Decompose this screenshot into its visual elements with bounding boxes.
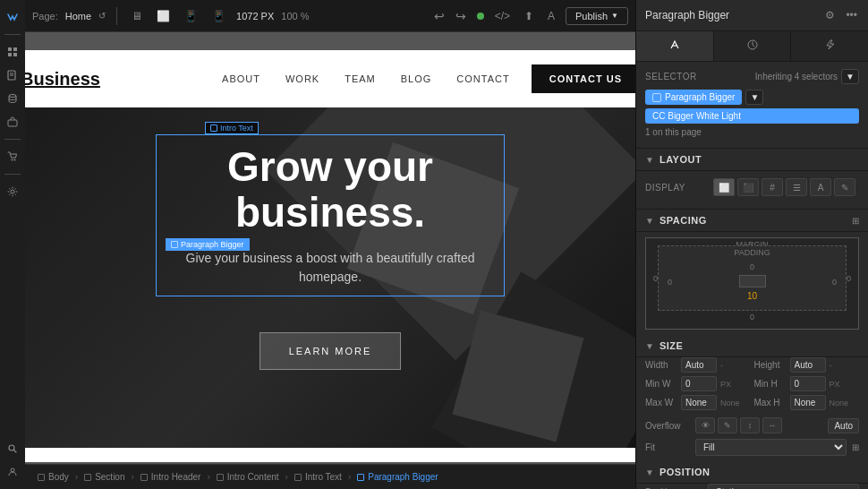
page-name[interactable]: Home	[65, 11, 91, 21]
svg-rect-3	[13, 53, 17, 56]
contact-btn[interactable]: CONTACT US	[532, 64, 635, 93]
overflow-eye-icon[interactable]: 👁	[695, 417, 715, 433]
min-w-input[interactable]	[681, 376, 717, 391]
publish-button[interactable]: Publish ▼	[566, 7, 628, 25]
spacing-toggle-icon: ▼	[645, 216, 654, 226]
fit-select[interactable]: Fill Contain Cover	[695, 439, 847, 456]
fit-expand-icon[interactable]: ⊞	[852, 442, 859, 452]
share-icon[interactable]: ⬆	[521, 8, 537, 24]
position-section-title: Position	[660, 467, 859, 477]
search-icon[interactable]	[3, 439, 22, 459]
overflow-scroll-icon[interactable]: ↕	[740, 417, 760, 433]
breadcrumb-intro-header[interactable]: Intro Header	[135, 472, 207, 482]
size-section-title: Size	[660, 340, 859, 351]
overflow-scroll-h-icon[interactable]: ↔	[762, 417, 782, 433]
panel-settings-icon[interactable]: ⚙	[823, 7, 837, 23]
display-flex-icon[interactable]: ⬛	[737, 178, 759, 196]
view-desktop-icon[interactable]: 🖥	[128, 8, 146, 24]
overflow-auto-btn[interactable]: Auto	[828, 418, 859, 433]
breadcrumb-intro-text[interactable]: Intro Text	[289, 472, 347, 482]
margin-right-val[interactable]: 0	[847, 274, 851, 283]
undo-redo-group: ↩ ↪	[430, 7, 470, 25]
max-h-label: Max H	[754, 398, 787, 408]
svg-point-7	[9, 95, 16, 98]
cc-badge[interactable]: CC Bigger White Light	[645, 108, 859, 124]
padding-label: PADDING	[734, 248, 770, 257]
breadcrumb-paragraph-bigger[interactable]: Paragraph Bigger	[352, 472, 443, 482]
code-view-icon[interactable]: </>	[491, 8, 514, 24]
overflow-pencil-icon[interactable]: ✎	[718, 417, 737, 433]
panel-header: Paragraph Bigger ⚙ •••	[636, 0, 868, 31]
spacing-section-header[interactable]: ▼ Spacing ⊞	[636, 210, 868, 232]
redo-button[interactable]: ↪	[452, 7, 470, 25]
navigator-icon[interactable]	[3, 42, 22, 62]
nav-blog[interactable]: BLOG	[401, 73, 432, 84]
min-w-field: Min W PX	[645, 376, 751, 391]
intro-text-box[interactable]: Grow your business. Paragraph Bigger Giv…	[156, 134, 505, 296]
site-nav: Business ABOUT WORK TEAM BLOG CONTACT CO…	[25, 50, 635, 107]
position-toggle-icon: ▼	[645, 468, 654, 477]
min-h-field: Min H PX	[754, 376, 860, 391]
right-panel: Paragraph Bigger ⚙ ••• Selector Inheriti…	[635, 0, 868, 489]
svg-rect-8	[8, 120, 17, 126]
undo-button[interactable]: ↩	[430, 7, 448, 25]
ecommerce-icon[interactable]	[3, 147, 22, 167]
selector-badge-paragraph[interactable]: Paragraph Bigger	[645, 90, 742, 105]
display-inline-icon[interactable]: ☰	[786, 178, 807, 196]
panel-style-icon[interactable]	[636, 31, 714, 61]
left-toolbar	[0, 0, 25, 489]
publish-label: Publish	[575, 11, 608, 21]
breadcrumb-bar: Body › Section › Intro Header › Intro Co…	[25, 464, 635, 489]
breadcrumb-intro-content[interactable]: Intro Content	[211, 472, 285, 482]
selector-dropdown[interactable]: ▼	[841, 69, 859, 84]
width-input[interactable]	[681, 357, 717, 373]
spacing-expand-icon[interactable]: ⊞	[852, 216, 859, 226]
spacing-visual: MARGIN 0 PADDING 0 0 10 0 0	[636, 232, 868, 335]
nav-team[interactable]: TEAM	[345, 73, 376, 84]
height-input[interactable]	[790, 357, 826, 373]
view-mobile-icon[interactable]: 📱	[208, 8, 229, 24]
pages-icon[interactable]	[3, 65, 22, 85]
size-section-header[interactable]: ▼ Size	[636, 335, 868, 357]
display-grid-icon[interactable]: #	[762, 178, 783, 196]
account-icon[interactable]	[3, 462, 22, 482]
nav-about[interactable]: ABOUT	[222, 73, 260, 84]
view-mobile-landscape-icon[interactable]: 📱	[181, 8, 201, 24]
max-w-input[interactable]	[681, 395, 717, 410]
nav-contact[interactable]: CONTACT	[456, 73, 509, 84]
zoom-value: 100 %	[281, 11, 309, 21]
margin-bottom-val[interactable]: 0	[653, 311, 851, 322]
panel-interactions-icon[interactable]	[714, 31, 792, 61]
layout-section-header[interactable]: ▼ Layout	[636, 149, 868, 171]
webflow-logo[interactable]	[3, 7, 22, 27]
breadcrumb-body[interactable]: Body	[32, 472, 74, 482]
max-h-input[interactable]	[790, 395, 826, 410]
display-none-icon[interactable]: ✎	[834, 178, 855, 196]
font-icon[interactable]: A	[544, 8, 558, 24]
padding-right-val[interactable]: 0	[832, 278, 837, 287]
min-h-input[interactable]	[790, 376, 826, 391]
hero-section: Intro Text Grow your business.	[25, 107, 635, 448]
position-section-header[interactable]: ▼ Position	[636, 461, 868, 484]
panel-more-icon[interactable]: •••	[844, 7, 859, 23]
padding-bottom-val[interactable]: 10	[672, 291, 832, 301]
padding-center: 0 10	[672, 262, 832, 301]
breadcrumb-section[interactable]: Section	[79, 472, 130, 482]
display-text-icon[interactable]: A	[810, 178, 831, 196]
selector-badge-dropdown[interactable]: ▼	[745, 90, 763, 105]
padding-top-val[interactable]: 0	[672, 262, 832, 271]
panel-lightning-icon[interactable]	[791, 31, 868, 61]
learn-more-button[interactable]: LEARN MORE	[260, 332, 402, 370]
display-block-icon[interactable]: ⬜	[713, 178, 735, 196]
assets-icon[interactable]	[3, 112, 22, 132]
settings-icon[interactable]	[3, 182, 22, 202]
padding-values-row: 0 0 10 0	[668, 262, 837, 301]
nav-work[interactable]: WORK	[285, 73, 319, 84]
cms-icon[interactable]	[3, 89, 22, 108]
view-tablet-icon[interactable]: ⬜	[153, 8, 174, 24]
width-unit-dash: -	[720, 361, 723, 370]
fit-label: Fit	[645, 442, 690, 452]
refresh-icon[interactable]: ↺	[98, 11, 106, 21]
max-w-unit: None	[720, 399, 740, 408]
position-select[interactable]: Static Relative Absolute Fixed Sticky	[708, 484, 859, 489]
